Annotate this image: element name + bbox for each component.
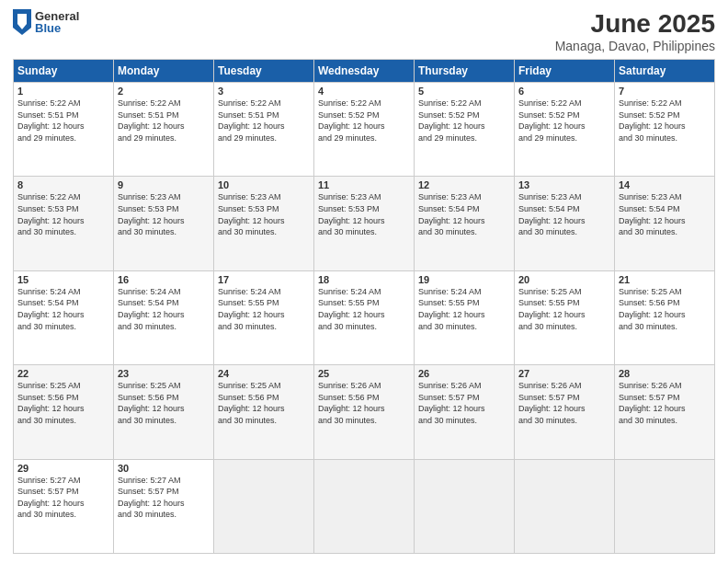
day-number: 18 [318,274,410,285]
day-cell-9: 9Sunrise: 5:23 AM Sunset: 5:53 PM Daylig… [114,177,214,270]
day-cell-empty [314,459,415,553]
week-row-5: 29Sunrise: 5:27 AM Sunset: 5:57 PM Dayli… [14,459,715,553]
day-number: 17 [218,274,310,285]
day-cell-25: 25Sunrise: 5:26 AM Sunset: 5:56 PM Dayli… [314,365,415,459]
day-info: Sunrise: 5:23 AM Sunset: 5:54 PM Dayligh… [518,191,610,237]
day-info: Sunrise: 5:24 AM Sunset: 5:55 PM Dayligh… [318,286,410,332]
day-info: Sunrise: 5:22 AM Sunset: 5:52 PM Dayligh… [318,98,410,144]
day-number: 5 [418,86,510,97]
day-cell-5: 5Sunrise: 5:22 AM Sunset: 5:52 PM Daylig… [415,83,515,177]
day-number: 29 [17,463,109,474]
day-cell-27: 27Sunrise: 5:26 AM Sunset: 5:57 PM Dayli… [515,365,615,459]
col-header-friday: Friday [515,60,615,83]
day-cell-12: 12Sunrise: 5:23 AM Sunset: 5:54 PM Dayli… [415,177,515,270]
calendar-table: SundayMondayTuesdayWednesdayThursdayFrid… [13,59,715,554]
day-number: 30 [118,463,210,474]
day-info: Sunrise: 5:23 AM Sunset: 5:53 PM Dayligh… [218,191,310,237]
day-cell-empty [615,459,715,553]
day-cell-21: 21Sunrise: 5:25 AM Sunset: 5:56 PM Dayli… [615,270,715,364]
day-info: Sunrise: 5:22 AM Sunset: 5:53 PM Dayligh… [17,191,109,237]
day-number: 24 [218,368,310,379]
day-number: 11 [318,179,410,190]
day-info: Sunrise: 5:22 AM Sunset: 5:52 PM Dayligh… [418,98,510,144]
day-number: 3 [218,86,310,97]
day-number: 25 [318,368,410,379]
day-info: Sunrise: 5:25 AM Sunset: 5:56 PM Dayligh… [17,380,109,426]
day-cell-20: 20Sunrise: 5:25 AM Sunset: 5:55 PM Dayli… [515,270,615,364]
day-number: 21 [619,274,711,285]
col-header-sunday: Sunday [14,60,114,83]
day-number: 20 [518,274,610,285]
day-cell-4: 4Sunrise: 5:22 AM Sunset: 5:52 PM Daylig… [314,83,415,177]
day-cell-11: 11Sunrise: 5:23 AM Sunset: 5:53 PM Dayli… [314,177,415,270]
header: General Blue June 2025 Managa, Davao, Ph… [13,9,715,53]
day-info: Sunrise: 5:26 AM Sunset: 5:57 PM Dayligh… [619,380,711,426]
day-cell-30: 30Sunrise: 5:27 AM Sunset: 5:57 PM Dayli… [114,459,214,553]
day-cell-22: 22Sunrise: 5:25 AM Sunset: 5:56 PM Dayli… [14,365,114,459]
logo-text: General Blue [35,10,79,34]
day-cell-29: 29Sunrise: 5:27 AM Sunset: 5:57 PM Dayli… [14,459,114,553]
day-info: Sunrise: 5:24 AM Sunset: 5:55 PM Dayligh… [418,286,510,332]
day-number: 22 [17,368,109,379]
week-row-2: 8Sunrise: 5:22 AM Sunset: 5:53 PM Daylig… [14,177,715,270]
col-header-thursday: Thursday [415,60,515,83]
calendar-subtitle: Managa, Davao, Philippines [555,39,715,53]
day-cell-14: 14Sunrise: 5:23 AM Sunset: 5:54 PM Dayli… [615,177,715,270]
day-cell-18: 18Sunrise: 5:24 AM Sunset: 5:55 PM Dayli… [314,270,415,364]
day-number: 4 [318,86,410,97]
logo: General Blue [13,9,79,35]
day-cell-17: 17Sunrise: 5:24 AM Sunset: 5:55 PM Dayli… [214,270,314,364]
col-header-wednesday: Wednesday [314,60,415,83]
day-info: Sunrise: 5:23 AM Sunset: 5:54 PM Dayligh… [619,191,711,237]
day-info: Sunrise: 5:25 AM Sunset: 5:56 PM Dayligh… [118,380,210,426]
day-number: 14 [619,179,711,190]
day-number: 28 [619,368,711,379]
day-info: Sunrise: 5:26 AM Sunset: 5:57 PM Dayligh… [518,380,610,426]
day-info: Sunrise: 5:23 AM Sunset: 5:53 PM Dayligh… [318,191,410,237]
day-number: 19 [418,274,510,285]
day-cell-6: 6Sunrise: 5:22 AM Sunset: 5:52 PM Daylig… [515,83,615,177]
logo-icon [13,9,31,35]
day-info: Sunrise: 5:27 AM Sunset: 5:57 PM Dayligh… [118,475,210,521]
day-number: 12 [418,179,510,190]
day-number: 10 [218,179,310,190]
day-info: Sunrise: 5:24 AM Sunset: 5:55 PM Dayligh… [218,286,310,332]
day-number: 8 [17,179,109,190]
day-info: Sunrise: 5:25 AM Sunset: 5:55 PM Dayligh… [518,286,610,332]
title-block: June 2025 Managa, Davao, Philippines [555,9,715,53]
day-number: 7 [619,86,711,97]
day-info: Sunrise: 5:25 AM Sunset: 5:56 PM Dayligh… [619,286,711,332]
day-cell-empty [214,459,314,553]
day-cell-16: 16Sunrise: 5:24 AM Sunset: 5:54 PM Dayli… [114,270,214,364]
day-info: Sunrise: 5:26 AM Sunset: 5:57 PM Dayligh… [418,380,510,426]
day-cell-10: 10Sunrise: 5:23 AM Sunset: 5:53 PM Dayli… [214,177,314,270]
day-cell-23: 23Sunrise: 5:25 AM Sunset: 5:56 PM Dayli… [114,365,214,459]
day-cell-28: 28Sunrise: 5:26 AM Sunset: 5:57 PM Dayli… [615,365,715,459]
day-info: Sunrise: 5:22 AM Sunset: 5:51 PM Dayligh… [218,98,310,144]
week-row-1: 1Sunrise: 5:22 AM Sunset: 5:51 PM Daylig… [14,83,715,177]
day-number: 1 [17,86,109,97]
day-cell-8: 8Sunrise: 5:22 AM Sunset: 5:53 PM Daylig… [14,177,114,270]
day-info: Sunrise: 5:22 AM Sunset: 5:51 PM Dayligh… [118,98,210,144]
day-number: 27 [518,368,610,379]
day-info: Sunrise: 5:22 AM Sunset: 5:52 PM Dayligh… [619,98,711,144]
day-number: 26 [418,368,510,379]
day-cell-26: 26Sunrise: 5:26 AM Sunset: 5:57 PM Dayli… [415,365,515,459]
day-cell-7: 7Sunrise: 5:22 AM Sunset: 5:52 PM Daylig… [615,83,715,177]
day-info: Sunrise: 5:24 AM Sunset: 5:54 PM Dayligh… [17,286,109,332]
col-header-tuesday: Tuesday [214,60,314,83]
day-number: 23 [118,368,210,379]
day-number: 16 [118,274,210,285]
day-info: Sunrise: 5:23 AM Sunset: 5:53 PM Dayligh… [118,191,210,237]
day-cell-15: 15Sunrise: 5:24 AM Sunset: 5:54 PM Dayli… [14,270,114,364]
day-number: 13 [518,179,610,190]
day-info: Sunrise: 5:22 AM Sunset: 5:52 PM Dayligh… [518,98,610,144]
day-cell-1: 1Sunrise: 5:22 AM Sunset: 5:51 PM Daylig… [14,83,114,177]
day-cell-13: 13Sunrise: 5:23 AM Sunset: 5:54 PM Dayli… [515,177,615,270]
calendar-title: June 2025 [555,9,715,39]
logo-blue: Blue [35,22,79,34]
day-cell-empty [415,459,515,553]
page: General Blue June 2025 Managa, Davao, Ph… [0,0,728,563]
day-info: Sunrise: 5:27 AM Sunset: 5:57 PM Dayligh… [17,475,109,521]
day-cell-2: 2Sunrise: 5:22 AM Sunset: 5:51 PM Daylig… [114,83,214,177]
